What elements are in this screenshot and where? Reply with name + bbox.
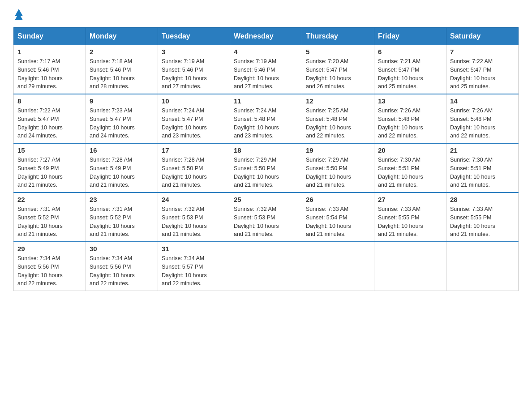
day-number: 21 <box>450 146 515 154</box>
weekday-header-monday: Monday <box>86 28 158 45</box>
day-info: Sunrise: 7:33 AM Sunset: 5:54 PM Dayligh… <box>306 205 370 239</box>
calendar-cell: 20 Sunrise: 7:30 AM Sunset: 5:51 PM Dayl… <box>374 143 446 193</box>
day-info: Sunrise: 7:31 AM Sunset: 5:52 PM Dayligh… <box>17 205 82 239</box>
day-number: 14 <box>450 97 515 105</box>
day-number: 4 <box>234 48 298 56</box>
day-number: 7 <box>450 48 515 56</box>
day-number: 17 <box>162 146 226 154</box>
calendar-cell: 23 Sunrise: 7:31 AM Sunset: 5:52 PM Dayl… <box>86 193 158 242</box>
calendar-week-row: 29 Sunrise: 7:34 AM Sunset: 5:56 PM Dayl… <box>14 242 519 291</box>
calendar-cell: 19 Sunrise: 7:29 AM Sunset: 5:50 PM Dayl… <box>302 143 374 193</box>
day-info: Sunrise: 7:33 AM Sunset: 5:55 PM Dayligh… <box>450 205 515 239</box>
day-number: 12 <box>306 97 370 105</box>
page-header <box>13 9 519 18</box>
calendar-cell: 31 Sunrise: 7:34 AM Sunset: 5:57 PM Dayl… <box>158 242 230 291</box>
calendar-cell: 11 Sunrise: 7:24 AM Sunset: 5:48 PM Dayl… <box>230 94 302 143</box>
calendar-cell: 6 Sunrise: 7:21 AM Sunset: 5:47 PM Dayli… <box>374 45 446 94</box>
day-number: 27 <box>378 196 442 203</box>
calendar-cell: 17 Sunrise: 7:28 AM Sunset: 5:50 PM Dayl… <box>158 143 230 193</box>
calendar-week-row: 15 Sunrise: 7:27 AM Sunset: 5:49 PM Dayl… <box>14 143 519 193</box>
day-number: 1 <box>17 48 82 56</box>
day-number: 29 <box>17 245 82 253</box>
day-number: 3 <box>162 48 226 56</box>
day-info: Sunrise: 7:34 AM Sunset: 5:56 PM Dayligh… <box>90 254 154 288</box>
day-number: 11 <box>234 97 298 105</box>
calendar-cell: 26 Sunrise: 7:33 AM Sunset: 5:54 PM Dayl… <box>302 193 374 242</box>
weekday-header-thursday: Thursday <box>302 28 374 45</box>
calendar-cell <box>374 242 446 291</box>
day-number: 24 <box>162 196 226 203</box>
day-info: Sunrise: 7:29 AM Sunset: 5:50 PM Dayligh… <box>234 156 298 189</box>
calendar-cell: 9 Sunrise: 7:23 AM Sunset: 5:47 PM Dayli… <box>86 94 158 143</box>
day-number: 16 <box>90 146 154 154</box>
weekday-header-wednesday: Wednesday <box>230 28 302 45</box>
calendar-cell: 24 Sunrise: 7:32 AM Sunset: 5:53 PM Dayl… <box>158 193 230 242</box>
day-number: 5 <box>306 48 370 56</box>
weekday-header-friday: Friday <box>374 28 446 45</box>
day-info: Sunrise: 7:32 AM Sunset: 5:53 PM Dayligh… <box>234 205 298 239</box>
calendar-cell: 1 Sunrise: 7:17 AM Sunset: 5:46 PM Dayli… <box>14 45 86 94</box>
day-number: 20 <box>378 146 442 154</box>
weekday-header-row: SundayMondayTuesdayWednesdayThursdayFrid… <box>14 28 519 45</box>
calendar-cell: 7 Sunrise: 7:22 AM Sunset: 5:47 PM Dayli… <box>446 45 519 94</box>
calendar-cell: 8 Sunrise: 7:22 AM Sunset: 5:47 PM Dayli… <box>14 94 86 143</box>
logo <box>13 9 23 18</box>
calendar-cell <box>302 242 374 291</box>
calendar-cell: 15 Sunrise: 7:27 AM Sunset: 5:49 PM Dayl… <box>14 143 86 193</box>
day-number: 28 <box>450 196 515 203</box>
calendar-week-row: 8 Sunrise: 7:22 AM Sunset: 5:47 PM Dayli… <box>14 94 519 143</box>
calendar-cell: 28 Sunrise: 7:33 AM Sunset: 5:55 PM Dayl… <box>446 193 519 242</box>
day-info: Sunrise: 7:30 AM Sunset: 5:51 PM Dayligh… <box>378 156 442 189</box>
day-number: 2 <box>90 48 154 56</box>
day-number: 13 <box>378 97 442 105</box>
calendar-cell: 18 Sunrise: 7:29 AM Sunset: 5:50 PM Dayl… <box>230 143 302 193</box>
calendar-cell: 22 Sunrise: 7:31 AM Sunset: 5:52 PM Dayl… <box>14 193 86 242</box>
weekday-header-sunday: Sunday <box>14 28 86 45</box>
day-info: Sunrise: 7:22 AM Sunset: 5:47 PM Dayligh… <box>450 57 515 91</box>
day-info: Sunrise: 7:23 AM Sunset: 5:47 PM Dayligh… <box>90 107 154 140</box>
day-info: Sunrise: 7:25 AM Sunset: 5:48 PM Dayligh… <box>306 107 370 140</box>
day-number: 9 <box>90 97 154 105</box>
calendar-cell: 4 Sunrise: 7:19 AM Sunset: 5:46 PM Dayli… <box>230 45 302 94</box>
day-info: Sunrise: 7:24 AM Sunset: 5:47 PM Dayligh… <box>162 107 226 140</box>
day-info: Sunrise: 7:20 AM Sunset: 5:47 PM Dayligh… <box>306 57 370 91</box>
day-info: Sunrise: 7:17 AM Sunset: 5:46 PM Dayligh… <box>17 57 82 91</box>
day-number: 6 <box>378 48 442 56</box>
day-info: Sunrise: 7:19 AM Sunset: 5:46 PM Dayligh… <box>162 57 226 91</box>
day-number: 30 <box>90 245 154 253</box>
calendar-week-row: 1 Sunrise: 7:17 AM Sunset: 5:46 PM Dayli… <box>14 45 519 94</box>
weekday-header-saturday: Saturday <box>446 28 519 45</box>
calendar-cell: 16 Sunrise: 7:28 AM Sunset: 5:49 PM Dayl… <box>86 143 158 193</box>
calendar-table: SundayMondayTuesdayWednesdayThursdayFrid… <box>13 27 519 291</box>
day-info: Sunrise: 7:30 AM Sunset: 5:51 PM Dayligh… <box>450 156 515 189</box>
calendar-week-row: 22 Sunrise: 7:31 AM Sunset: 5:52 PM Dayl… <box>14 193 519 242</box>
day-number: 31 <box>162 245 226 253</box>
calendar-cell <box>446 242 519 291</box>
calendar-cell: 3 Sunrise: 7:19 AM Sunset: 5:46 PM Dayli… <box>158 45 230 94</box>
day-info: Sunrise: 7:27 AM Sunset: 5:49 PM Dayligh… <box>17 156 82 189</box>
day-number: 25 <box>234 196 298 203</box>
calendar-cell: 5 Sunrise: 7:20 AM Sunset: 5:47 PM Dayli… <box>302 45 374 94</box>
calendar-cell <box>230 242 302 291</box>
calendar-cell: 13 Sunrise: 7:26 AM Sunset: 5:48 PM Dayl… <box>374 94 446 143</box>
day-info: Sunrise: 7:32 AM Sunset: 5:53 PM Dayligh… <box>162 205 226 239</box>
day-info: Sunrise: 7:18 AM Sunset: 5:46 PM Dayligh… <box>90 57 154 91</box>
weekday-header-tuesday: Tuesday <box>158 28 230 45</box>
day-number: 26 <box>306 196 370 203</box>
day-info: Sunrise: 7:34 AM Sunset: 5:56 PM Dayligh… <box>17 254 82 288</box>
day-number: 10 <box>162 97 226 105</box>
day-info: Sunrise: 7:33 AM Sunset: 5:55 PM Dayligh… <box>378 205 442 239</box>
calendar-cell: 30 Sunrise: 7:34 AM Sunset: 5:56 PM Dayl… <box>86 242 158 291</box>
calendar-cell: 21 Sunrise: 7:30 AM Sunset: 5:51 PM Dayl… <box>446 143 519 193</box>
day-info: Sunrise: 7:24 AM Sunset: 5:48 PM Dayligh… <box>234 107 298 140</box>
day-info: Sunrise: 7:29 AM Sunset: 5:50 PM Dayligh… <box>306 156 370 189</box>
day-number: 19 <box>306 146 370 154</box>
day-info: Sunrise: 7:26 AM Sunset: 5:48 PM Dayligh… <box>450 107 515 140</box>
day-number: 23 <box>90 196 154 203</box>
day-info: Sunrise: 7:19 AM Sunset: 5:46 PM Dayligh… <box>234 57 298 91</box>
day-number: 18 <box>234 146 298 154</box>
day-number: 22 <box>17 196 82 203</box>
calendar-cell: 14 Sunrise: 7:26 AM Sunset: 5:48 PM Dayl… <box>446 94 519 143</box>
day-info: Sunrise: 7:21 AM Sunset: 5:47 PM Dayligh… <box>378 57 442 91</box>
day-info: Sunrise: 7:28 AM Sunset: 5:49 PM Dayligh… <box>90 156 154 189</box>
